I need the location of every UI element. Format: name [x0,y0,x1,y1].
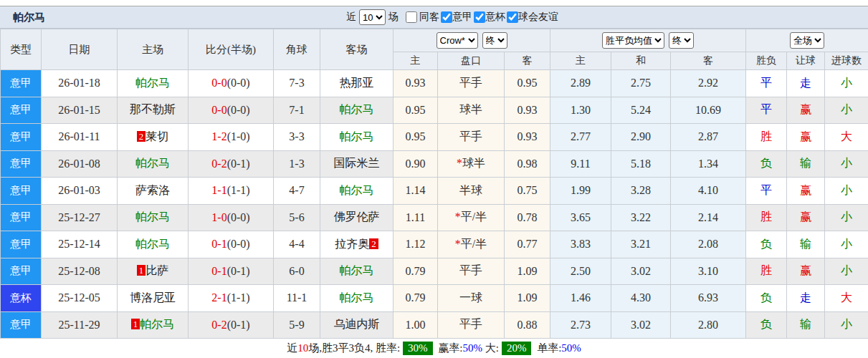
table-row: 意甲25-12-081比萨0-1(0-1)6-0帕尔马0.79平手1.092.5… [1,258,868,285]
avg-draw-odds-cell: 3.22 [611,204,671,231]
avg-draw-odds-cell: 2.90 [611,124,671,151]
full-score: 2-1 [211,291,226,304]
crow-away-odds-cell: 0.98 [505,150,550,178]
crow-home-odds-cell: 1.12 [394,231,438,258]
card-badge: 1 [137,265,146,276]
team-name: 帕尔马 [340,291,374,304]
avg-odds-select[interactable]: 胜平负均值 [602,32,664,49]
big-label: 大: [482,342,499,355]
team-name: 那不勒斯 [130,103,176,115]
match-date-cell: 25-12-14 [42,231,118,258]
score-cell: 1-0(0-0) [189,204,274,231]
full-score: 0-1 [211,265,226,277]
col-avg-draw: 和 [611,52,671,70]
filter-controls: 近 10 场 同客 意甲 意杯 球会 [346,9,560,25]
team-name: 帕尔马 [135,238,170,250]
col-crow-home: 主 [394,52,438,70]
team-name: 拉齐奥 [335,238,369,250]
away-team-cell: 国际米兰 [320,150,394,178]
match-date-cell: 26-01-15 [42,97,118,124]
goals-cell: 小 [825,231,868,258]
handicap-cell: *平/半 [438,231,505,258]
table-row: 意甲26-01-18帕尔马0-0(0-0)7-3热那亚0.93平手0.952.8… [1,70,868,97]
table-row: 意杯25-12-05博洛尼亚2-1(1-1)11-1帕尔马0.79一球1.091… [1,285,868,312]
corner-cell: 3-3 [274,124,320,151]
club-friendly-checkbox[interactable] [507,11,518,23]
summary-bar: 近10场,胜3平3负4, 胜率:30% 赢率:50% 大:20% 单率:50% [0,339,868,358]
card-badge: 2 [369,238,378,249]
col-goals: 进球数 [825,52,868,70]
avg-home-odds-cell: 2.73 [550,311,611,339]
avg-draw-odds-cell: 2.75 [611,70,671,97]
full-score: 1-0 [211,211,226,223]
bookmaker-header: Crow* 终 [394,29,550,52]
league-type-cell: 意甲 [1,70,42,97]
away-team-cell: 帕尔马 [320,285,394,312]
table-row: 意甲26-01-08帕尔马0-2(0-1)1-3国际米兰0.90*球半0.989… [1,150,868,178]
team-name: 乌迪内斯 [334,318,380,330]
serie-a-checkbox[interactable] [441,11,452,23]
crow-away-odds-cell: 0.88 [505,311,550,339]
match-count-select[interactable]: 10 [359,9,386,25]
col-crow-away: 客 [505,52,550,70]
summary-record: 场,胜3平3负4, 胜率: [308,342,400,355]
avg-draw-odds-cell: 3.02 [611,258,671,285]
col-handicap: 盘口 [438,52,505,70]
avg-draw-odds-cell: 5.18 [611,150,671,178]
crow-home-odds-cell: 0.79 [394,285,438,312]
handicap-result-cell: 赢 [787,258,825,285]
filter-label: 意杯 [485,11,505,24]
avg-draw-odds-cell: 3.28 [611,178,671,205]
bookmaker-select[interactable]: Crow* [437,32,478,49]
match-date-cell: 25-12-05 [42,285,118,312]
avg-home-odds-cell: 2.89 [550,70,611,97]
col-away: 客场 [320,29,394,70]
goals-cell: 小 [825,258,868,285]
league-type-cell: 意甲 [1,124,42,151]
handicap-star: * [455,211,461,223]
crow-away-odds-cell: 0.78 [505,204,550,231]
handicap-cell: *球半 [438,150,505,178]
away-team-cell: 帕尔马 [320,124,394,151]
table-row: 意甲25-12-27帕尔马1-0(0-0)5-6佛罗伦萨1.11*平/半0.78… [1,204,868,231]
corner-cell: 7-1 [274,97,320,124]
home-team-cell: 帕尔马 [118,150,189,178]
full-score: 0-2 [211,319,226,331]
away-team-cell: 热那亚 [320,70,394,97]
crow-away-odds-cell: 0.75 [505,178,550,205]
corner-cell: 6-0 [274,258,320,285]
result-cell: 胜 [746,258,787,285]
crow-home-odds-cell: 1.14 [394,178,438,205]
handicap-result-cell: 赢 [787,124,825,151]
avg-time-select[interactable]: 终 [669,32,694,49]
handicap-result-cell: 赢 [787,97,825,124]
league-type-cell: 意甲 [1,231,42,258]
coppa-italia-checkbox[interactable] [474,11,485,23]
match-date-cell: 26-01-18 [42,70,118,97]
league-type-cell: 意甲 [1,97,42,124]
match-date-cell: 25-12-08 [42,258,118,285]
away-team-cell: 佛罗伦萨 [320,204,394,231]
bookmaker-time-select[interactable]: 终 [482,32,507,49]
crow-away-odds-cell: 0.93 [505,124,550,151]
away-team-cell: 帕尔马 [320,97,394,124]
goals-cell: 小 [825,311,868,339]
avg-away-odds-cell: 2.87 [671,124,746,151]
filter-group: 同客 意甲 意杯 球会友谊 [406,11,560,24]
half-score: (0-0) [227,104,250,116]
page-title: 帕尔马 [13,11,45,24]
avg-draw-odds-cell: 3.02 [611,311,671,339]
corner-cell: 4-4 [274,231,320,258]
half-score: (0-1) [227,319,250,331]
same-venue-checkbox[interactable] [406,11,417,23]
result-cell: 负 [746,285,787,312]
handicap-cell: 一球 [438,285,505,312]
avg-away-odds-cell: 2.92 [671,70,746,97]
home-team-cell: 那不勒斯 [118,97,189,124]
goals-cell: 小 [825,70,868,97]
team-name: 国际米兰 [334,157,380,169]
home-team-cell: 博洛尼亚 [118,285,189,312]
handicap-cell: 半球 [438,178,505,205]
filter-same-venue: 同客 [406,11,439,24]
scope-select[interactable]: 全场 [790,32,824,49]
